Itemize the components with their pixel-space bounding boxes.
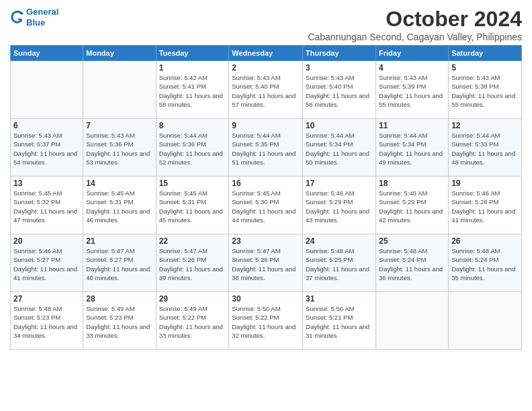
calendar-cell: 8Sunrise: 5:44 AM Sunset: 5:36 PM Daylig… [156, 119, 229, 177]
day-number: 7 [86, 121, 152, 130]
calendar-day-header: Friday [376, 46, 449, 61]
day-info: Sunrise: 5:48 AM Sunset: 5:23 PM Dayligh… [13, 304, 80, 340]
calendar-cell: 24Sunrise: 5:48 AM Sunset: 5:25 PM Dayli… [303, 234, 376, 292]
calendar-cell: 14Sunrise: 5:45 AM Sunset: 5:31 PM Dayli… [83, 177, 156, 234]
day-info: Sunrise: 5:45 AM Sunset: 5:30 PM Dayligh… [232, 189, 300, 224]
day-number: 15 [159, 179, 226, 188]
calendar-week-row: 13Sunrise: 5:45 AM Sunset: 5:32 PM Dayli… [11, 177, 522, 234]
day-info: Sunrise: 5:44 AM Sunset: 5:33 PM Dayligh… [451, 131, 519, 167]
day-number: 22 [159, 236, 226, 246]
day-number: 24 [306, 236, 373, 246]
calendar-week-row: 1Sunrise: 5:42 AM Sunset: 5:41 PM Daylig… [11, 61, 522, 119]
calendar-week-row: 27Sunrise: 5:48 AM Sunset: 5:23 PM Dayli… [11, 292, 522, 350]
day-info: Sunrise: 5:43 AM Sunset: 5:40 PM Dayligh… [306, 73, 373, 109]
calendar-cell: 17Sunrise: 5:46 AM Sunset: 5:29 PM Dayli… [303, 177, 376, 234]
day-number: 1 [159, 63, 226, 73]
day-number: 29 [159, 294, 226, 304]
calendar-day-header: Thursday [303, 46, 376, 61]
calendar-cell: 2Sunrise: 5:43 AM Sunset: 5:40 PM Daylig… [229, 61, 303, 119]
day-info: Sunrise: 5:43 AM Sunset: 5:37 PM Dayligh… [13, 131, 80, 167]
day-info: Sunrise: 5:45 AM Sunset: 5:32 PM Dayligh… [13, 189, 80, 224]
calendar-cell: 20Sunrise: 5:46 AM Sunset: 5:27 PM Dayli… [11, 234, 83, 292]
day-info: Sunrise: 5:46 AM Sunset: 5:29 PM Dayligh… [306, 189, 373, 224]
calendar-cell: 27Sunrise: 5:48 AM Sunset: 5:23 PM Dayli… [11, 292, 83, 350]
day-number: 26 [451, 236, 519, 246]
day-info: Sunrise: 5:43 AM Sunset: 5:39 PM Dayligh… [379, 73, 445, 109]
day-info: Sunrise: 5:49 AM Sunset: 5:22 PM Dayligh… [159, 304, 226, 340]
day-number: 17 [306, 179, 373, 188]
day-number: 18 [379, 179, 445, 188]
day-info: Sunrise: 5:45 AM Sunset: 5:31 PM Dayligh… [159, 189, 226, 224]
calendar-week-row: 6Sunrise: 5:43 AM Sunset: 5:37 PM Daylig… [11, 119, 522, 177]
day-info: Sunrise: 5:44 AM Sunset: 5:36 PM Dayligh… [159, 131, 226, 167]
day-info: Sunrise: 5:50 AM Sunset: 5:21 PM Dayligh… [306, 304, 373, 340]
calendar-cell: 4Sunrise: 5:43 AM Sunset: 5:39 PM Daylig… [376, 61, 449, 119]
calendar-cell: 6Sunrise: 5:43 AM Sunset: 5:37 PM Daylig… [11, 119, 83, 177]
calendar-cell: 5Sunrise: 5:43 AM Sunset: 5:38 PM Daylig… [449, 61, 522, 119]
day-number: 3 [306, 63, 373, 73]
calendar-table: SundayMondayTuesdayWednesdayThursdayFrid… [10, 45, 522, 350]
calendar-day-header: Sunday [11, 46, 83, 61]
calendar-cell: 22Sunrise: 5:47 AM Sunset: 5:26 PM Dayli… [156, 234, 229, 292]
title-block: October 2024 Cabannungan Second, Cagayan… [308, 7, 522, 42]
calendar-day-header: Wednesday [229, 46, 303, 61]
calendar-cell: 19Sunrise: 5:46 AM Sunset: 5:28 PM Dayli… [449, 177, 522, 234]
calendar-cell [11, 61, 83, 119]
day-number: 6 [13, 121, 80, 130]
day-info: Sunrise: 5:47 AM Sunset: 5:27 PM Dayligh… [86, 246, 152, 282]
day-info: Sunrise: 5:44 AM Sunset: 5:34 PM Dayligh… [306, 131, 373, 167]
day-number: 10 [306, 121, 373, 130]
day-info: Sunrise: 5:43 AM Sunset: 5:36 PM Dayligh… [86, 131, 152, 167]
day-info: Sunrise: 5:48 AM Sunset: 5:24 PM Dayligh… [379, 246, 445, 282]
day-number: 12 [451, 121, 519, 130]
day-number: 4 [379, 63, 445, 73]
day-info: Sunrise: 5:44 AM Sunset: 5:34 PM Dayligh… [379, 131, 445, 167]
calendar-cell: 13Sunrise: 5:45 AM Sunset: 5:32 PM Dayli… [11, 177, 83, 234]
calendar-cell: 15Sunrise: 5:45 AM Sunset: 5:31 PM Dayli… [156, 177, 229, 234]
day-number: 2 [232, 63, 300, 73]
calendar-cell: 7Sunrise: 5:43 AM Sunset: 5:36 PM Daylig… [83, 119, 156, 177]
calendar-cell: 31Sunrise: 5:50 AM Sunset: 5:21 PM Dayli… [303, 292, 376, 350]
day-number: 14 [86, 179, 152, 188]
calendar-cell: 26Sunrise: 5:48 AM Sunset: 5:24 PM Dayli… [449, 234, 522, 292]
calendar-cell: 18Sunrise: 5:46 AM Sunset: 5:29 PM Dayli… [376, 177, 449, 234]
logo-text: General Blue [26, 7, 58, 28]
day-number: 5 [451, 63, 519, 73]
day-number: 19 [451, 179, 519, 188]
calendar-cell [83, 61, 156, 119]
calendar-cell: 30Sunrise: 5:50 AM Sunset: 5:22 PM Dayli… [229, 292, 303, 350]
calendar-cell: 10Sunrise: 5:44 AM Sunset: 5:34 PM Dayli… [303, 119, 376, 177]
subtitle: Cabannungan Second, Cagayan Valley, Phil… [308, 32, 522, 42]
day-number: 11 [379, 121, 445, 130]
day-number: 27 [13, 294, 80, 304]
calendar-cell: 21Sunrise: 5:47 AM Sunset: 5:27 PM Dayli… [83, 234, 156, 292]
day-info: Sunrise: 5:49 AM Sunset: 5:23 PM Dayligh… [86, 304, 152, 340]
calendar-cell: 23Sunrise: 5:47 AM Sunset: 5:26 PM Dayli… [229, 234, 303, 292]
logo-icon [10, 10, 25, 25]
page: General Blue October 2024 Cabannungan Se… [0, 0, 532, 411]
day-info: Sunrise: 5:42 AM Sunset: 5:41 PM Dayligh… [159, 73, 226, 109]
calendar-cell: 11Sunrise: 5:44 AM Sunset: 5:34 PM Dayli… [376, 119, 449, 177]
calendar-cell [449, 292, 522, 350]
calendar-day-header: Tuesday [156, 46, 229, 61]
day-number: 8 [159, 121, 226, 130]
calendar-cell: 3Sunrise: 5:43 AM Sunset: 5:40 PM Daylig… [303, 61, 376, 119]
day-info: Sunrise: 5:50 AM Sunset: 5:22 PM Dayligh… [232, 304, 300, 340]
day-info: Sunrise: 5:46 AM Sunset: 5:29 PM Dayligh… [379, 189, 445, 224]
day-number: 21 [86, 236, 152, 246]
day-info: Sunrise: 5:46 AM Sunset: 5:28 PM Dayligh… [451, 189, 519, 224]
calendar-week-row: 20Sunrise: 5:46 AM Sunset: 5:27 PM Dayli… [11, 234, 522, 292]
calendar-cell: 25Sunrise: 5:48 AM Sunset: 5:24 PM Dayli… [376, 234, 449, 292]
calendar-cell: 29Sunrise: 5:49 AM Sunset: 5:22 PM Dayli… [156, 292, 229, 350]
logo: General Blue [10, 7, 58, 28]
day-info: Sunrise: 5:48 AM Sunset: 5:24 PM Dayligh… [451, 246, 519, 282]
calendar-cell: 16Sunrise: 5:45 AM Sunset: 5:30 PM Dayli… [229, 177, 303, 234]
calendar-day-header: Monday [83, 46, 156, 61]
day-number: 9 [232, 121, 300, 130]
calendar-cell: 28Sunrise: 5:49 AM Sunset: 5:23 PM Dayli… [83, 292, 156, 350]
day-info: Sunrise: 5:47 AM Sunset: 5:26 PM Dayligh… [159, 246, 226, 282]
calendar-cell [376, 292, 449, 350]
calendar-header-row: SundayMondayTuesdayWednesdayThursdayFrid… [11, 46, 522, 61]
calendar-cell: 1Sunrise: 5:42 AM Sunset: 5:41 PM Daylig… [156, 61, 229, 119]
day-number: 31 [306, 294, 373, 304]
